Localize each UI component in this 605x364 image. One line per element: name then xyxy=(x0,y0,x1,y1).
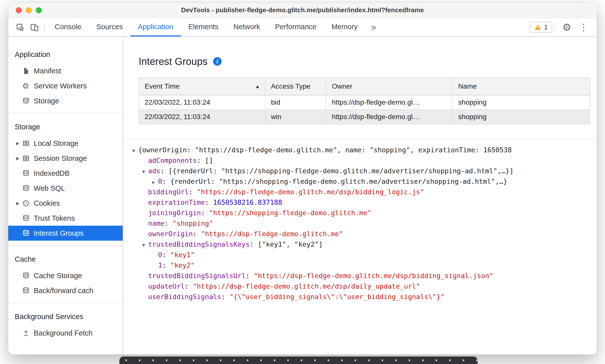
toolbar-divider xyxy=(555,23,555,32)
fetch-icon xyxy=(22,329,34,337)
device-toolbar-icon[interactable] xyxy=(27,18,42,36)
sidebar-divider xyxy=(8,113,123,113)
tree-line[interactable]: ▼trustedBiddingSignalsKeys: ["key1", "ke… xyxy=(129,239,597,250)
issues-count: 1 xyxy=(544,23,548,31)
sidebar-item-storage[interactable]: Storage xyxy=(8,93,123,108)
string-value: "https://dsp-fledge-demo.glitch.me/dsp/b… xyxy=(254,272,493,280)
sidebar-item-cookies[interactable]: ▶Cookies xyxy=(8,196,123,211)
page-title: Interest Groups xyxy=(139,56,208,67)
tree-line: name: "shopping" xyxy=(129,218,597,229)
devtools-toolbar: ConsoleSourcesApplicationElementsNetwork… xyxy=(8,18,597,37)
tab-application[interactable]: Application xyxy=(130,18,181,36)
application-sidebar: ApplicationManifest⚙Service WorkersStora… xyxy=(8,37,123,355)
macos-dock[interactable] xyxy=(119,357,478,364)
tree-line: expirationTime: 1650538216.837188 xyxy=(129,197,597,208)
window-controls xyxy=(16,2,42,18)
string-value: "https://shopping-fledge-demo.glitch.me" xyxy=(209,209,371,217)
column-label: Name xyxy=(458,82,477,90)
preview-text: : xyxy=(246,272,254,280)
sidebar-item-background-fetch[interactable]: Background Fetch xyxy=(8,326,123,341)
more-tabs-button[interactable]: » xyxy=(365,18,382,36)
sidebar-item-trust-tokens[interactable]: Trust Tokens xyxy=(8,211,123,226)
sidebar-section-cache: Cache xyxy=(8,250,123,268)
preview-text: : xyxy=(185,282,193,290)
sidebar-item-label: Storage xyxy=(34,97,59,105)
sidebar-section-storage: Storage xyxy=(8,118,123,136)
expand-arrow-icon[interactable]: ▶ xyxy=(13,201,22,206)
table-cell: https://dsp-fledge-demo.gl… xyxy=(326,95,452,110)
column-header-access-type[interactable]: Access Type xyxy=(265,78,326,95)
gear-icon[interactable]: ⚙ xyxy=(558,22,576,32)
preview-text: : xyxy=(189,188,197,196)
tab-memory[interactable]: Memory xyxy=(324,18,365,36)
property-key: biddingUrl xyxy=(148,188,189,196)
table-header-row: Event Time▲Access TypeOwnerName xyxy=(139,78,590,95)
tree-line[interactable]: ▶0: {renderUrl: "https://shopping-fledge… xyxy=(129,176,597,187)
kebab-menu-icon[interactable]: ⋮ xyxy=(576,22,591,32)
table-cell: bid xyxy=(265,95,326,110)
tree-line[interactable]: ▼{ownerOrigin: "https://dsp-fledge-demo.… xyxy=(129,145,597,155)
sidebar-item-back-forward-cach[interactable]: Back/forward cach xyxy=(8,283,123,298)
sidebar-item-session-storage[interactable]: ▶Session Storage xyxy=(8,151,123,166)
tree-line: ownerOrigin: "https://dsp-fledge-demo.gl… xyxy=(129,229,597,239)
expand-arrow-icon[interactable]: ▶ xyxy=(149,177,158,187)
tree-line: trustedBiddingSignalsUrl: "https://dsp-f… xyxy=(129,271,597,281)
tab-performance[interactable]: Performance xyxy=(268,18,324,36)
minimize-window-button[interactable] xyxy=(26,7,32,13)
tab-sources[interactable]: Sources xyxy=(89,18,130,36)
warning-triangle-icon xyxy=(534,23,542,31)
preview-text: : {renderUrl: "https://shopping-fledge-d… xyxy=(162,178,507,185)
column-label: Owner xyxy=(332,82,352,90)
table-cell: shopping xyxy=(452,95,590,110)
property-key: userBiddingSignals xyxy=(148,293,221,301)
sidebar-item-cache-storage[interactable]: Cache Storage xyxy=(8,268,123,283)
cookie-icon xyxy=(22,199,34,207)
tree-line: joiningOrigin: "https://shopping-fledge-… xyxy=(129,208,597,218)
table-row[interactable]: 22/03/2022, 11:03:24bidhttps://dsp-fledg… xyxy=(139,95,590,110)
column-header-event-time[interactable]: Event Time▲ xyxy=(139,78,265,95)
info-icon[interactable]: i xyxy=(213,57,222,66)
expand-arrow-icon[interactable]: ▶ xyxy=(13,156,22,161)
preview-text: : xyxy=(162,261,170,269)
preview-text: : xyxy=(201,209,209,217)
sidebar-item-manifest[interactable]: Manifest xyxy=(8,63,123,78)
sidebar-item-indexeddb[interactable]: IndexedDB xyxy=(8,166,123,181)
titlebar: DevTools - publisher-fledge-demo.glitch.… xyxy=(8,2,597,18)
collapse-arrow-icon[interactable]: ▼ xyxy=(129,145,138,156)
number-value: 1650538216.837188 xyxy=(213,198,282,206)
string-value: "https://dsp-fledge-demo.glitch.me" xyxy=(201,230,343,238)
sidebar-item-local-storage[interactable]: ▶Local Storage xyxy=(8,136,123,151)
sidebar-divider xyxy=(8,245,123,246)
tab-network[interactable]: Network xyxy=(226,18,268,36)
preview-text: : xyxy=(162,251,170,259)
tree-line[interactable]: ▼ads: [{renderUrl: "https://shopping-fle… xyxy=(129,166,597,176)
sidebar-item-label: Session Storage xyxy=(34,154,87,163)
tab-console[interactable]: Console xyxy=(47,18,89,36)
tree-line: 1: "key2" xyxy=(129,260,597,271)
property-key: expirationTime xyxy=(148,198,205,206)
string-value: "https://dsp-fledge-demo.glitch.me/dsp/d… xyxy=(193,282,420,290)
sidebar-item-interest-groups[interactable]: Interest Groups xyxy=(8,226,123,241)
sidebar-item-label: Trust Tokens xyxy=(34,214,75,222)
inspect-icon[interactable] xyxy=(13,18,27,36)
sidebar-item-service-workers[interactable]: ⚙Service Workers xyxy=(8,78,123,93)
database-icon xyxy=(22,184,34,192)
tab-elements[interactable]: Elements xyxy=(181,18,226,36)
fullscreen-window-button[interactable] xyxy=(36,7,42,13)
sidebar-item-label: IndexedDB xyxy=(34,169,70,178)
column-header-name[interactable]: Name xyxy=(452,78,590,95)
string-value: "https://dsp-fledge-demo.glitch.me/dsp/b… xyxy=(197,188,424,196)
expand-arrow-icon[interactable]: ▶ xyxy=(13,141,22,146)
column-header-owner[interactable]: Owner xyxy=(326,78,452,95)
sidebar-item-web-sql[interactable]: Web SQL xyxy=(8,181,123,196)
preview-text: : [{renderUrl: "https://shopping-fledge-… xyxy=(160,167,514,175)
collapse-arrow-icon[interactable]: ▼ xyxy=(139,166,148,177)
collapse-arrow-icon[interactable]: ▼ xyxy=(139,240,148,250)
close-window-button[interactable] xyxy=(16,7,22,13)
sidebar-item-label: Service Workers xyxy=(34,82,87,90)
table-row[interactable]: 22/03/2022, 11:03:24winhttps://dsp-fledg… xyxy=(139,110,590,124)
issues-badge[interactable]: 1 xyxy=(530,22,552,33)
table-icon xyxy=(22,140,34,147)
document-icon xyxy=(22,67,34,75)
preview-text: : xyxy=(164,219,173,227)
